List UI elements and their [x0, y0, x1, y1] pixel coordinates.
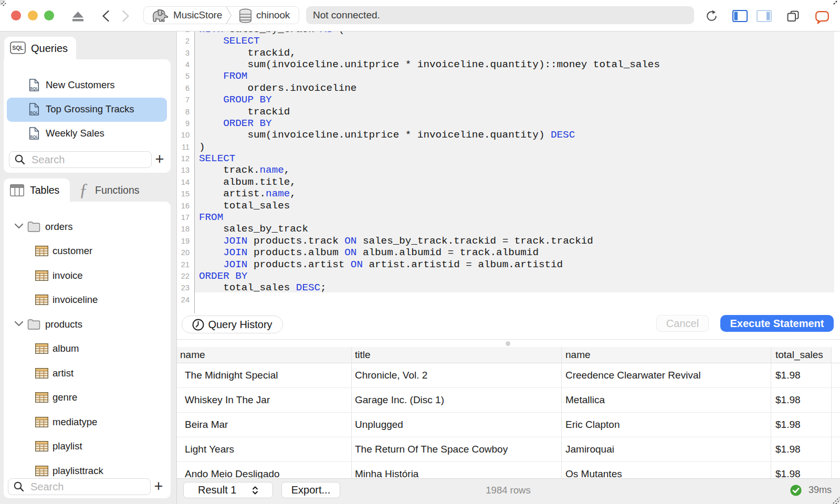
svg-text:SQL: SQL	[30, 134, 38, 139]
svg-text:SQL: SQL	[12, 45, 24, 51]
svg-text:SQL: SQL	[30, 110, 38, 115]
svg-text:SQL: SQL	[30, 86, 38, 91]
